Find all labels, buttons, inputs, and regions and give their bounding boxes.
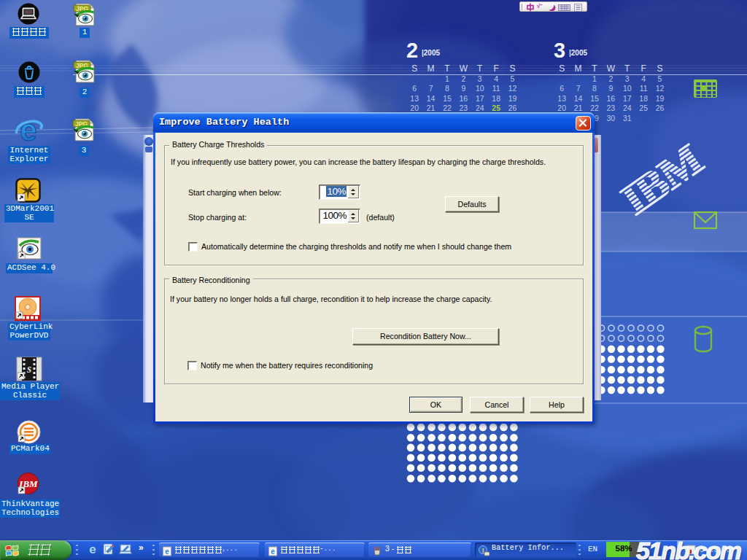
svg-text:e: e [89,542,96,556]
svg-text:s: s [26,362,31,375]
svg-text:e: e [271,548,275,556]
svg-text:!: ! [481,546,484,554]
svg-text:e: e [165,548,169,556]
